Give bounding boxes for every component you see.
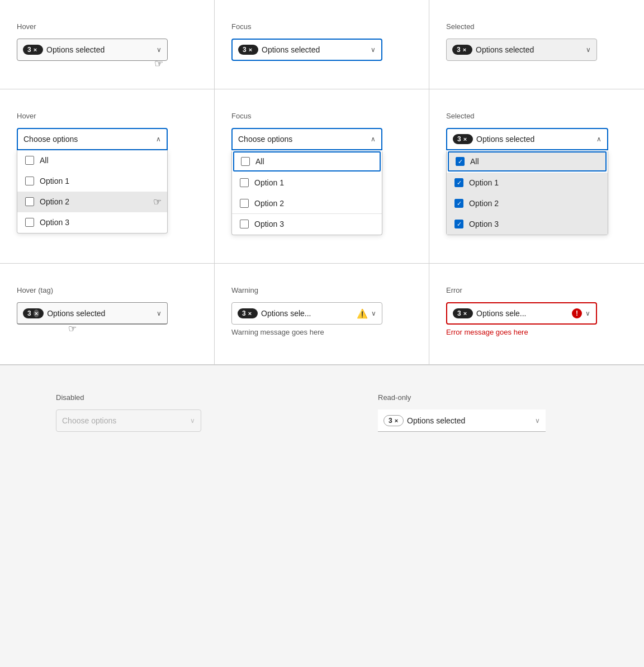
chevron-up-icon [371, 135, 376, 143]
badge-sel-open: 3 × [453, 134, 473, 144]
option-2-focus[interactable]: Option 2 [232, 193, 382, 214]
dropdown-selected[interactable]: 3 × Options selected ✓ All ✓ Option 1 ✓ … [446, 128, 608, 235]
chevron-down-icon [586, 46, 591, 54]
state-label-hover: Hover [17, 22, 197, 31]
select-warning[interactable]: 3 × Options sele... ⚠️ [231, 302, 382, 325]
checkbox-all[interactable] [25, 156, 34, 165]
checkbox-1-f[interactable] [240, 178, 249, 187]
badge-x[interactable]: × [248, 310, 252, 317]
option-label-2: Option 2 [40, 197, 69, 206]
option-label-all-s: All [470, 157, 479, 166]
option-all-sel[interactable]: ✓ All [448, 151, 607, 171]
option-label-2-f: Option 2 [254, 199, 284, 208]
trigger-text-focus-open: Choose options [238, 135, 367, 144]
state-label-hover-open: Hover [17, 112, 197, 120]
badge-count: 3 [243, 46, 247, 54]
badge-count: 3 [389, 417, 392, 425]
select-focus-closed[interactable]: 3 × Options selected [231, 39, 382, 61]
option-label-3-s: Option 3 [469, 220, 499, 228]
dropdown-trigger-hover[interactable]: Choose options [17, 128, 168, 150]
cell-selected-open: Selected 3 × Options selected ✓ All ✓ Op… [429, 89, 644, 264]
badge-selected: 3 × [452, 45, 472, 55]
warning-message: Warning message goes here [231, 328, 412, 336]
badge-x[interactable]: × [249, 46, 252, 53]
dropdown-trigger-selected[interactable]: 3 × Options selected [446, 128, 608, 150]
badge-x[interactable]: × [34, 46, 37, 53]
option-1-sel[interactable]: ✓ Option 1 [447, 173, 608, 193]
option-all[interactable]: All [17, 150, 167, 171]
cell-error: Error 3 × Options sele... ! Error messag… [429, 264, 644, 365]
checkbox-2[interactable] [25, 197, 34, 206]
state-label-selected: Selected [446, 22, 627, 31]
checkbox-all-f[interactable] [241, 157, 250, 166]
cell-readonly: Read-only 3 × Options selected [322, 365, 644, 465]
bottom-section: Disabled Choose options Read-only 3 × Op… [0, 365, 644, 465]
select-hover-tag[interactable]: 3 × Options selected [17, 302, 168, 325]
dropdown-trigger-focus[interactable]: Choose options [231, 128, 382, 150]
option-label-2-s: Option 2 [469, 199, 499, 208]
badge-x[interactable]: × [463, 46, 466, 53]
badge-focus: 3 × [238, 45, 258, 55]
cursor-hand-2-icon: ☞ [153, 196, 162, 208]
badge-count: 3 [27, 46, 31, 54]
cell-hover-open: Hover Choose options All Option 1 Option… [0, 89, 215, 264]
dropdown-hover[interactable]: Choose options All Option 1 Option 2 ☞ [17, 128, 168, 234]
state-label-readonly: Read-only [378, 393, 622, 402]
option-label-3-f: Option 3 [254, 220, 284, 228]
cell-hover-closed: Hover 3 × Options selected ☞ [0, 0, 215, 89]
state-label-focus: Focus [231, 22, 412, 31]
checkbox-2-f[interactable] [240, 199, 249, 208]
option-2-sel[interactable]: ✓ Option 2 [447, 193, 608, 214]
chevron-down-icon [157, 46, 162, 54]
option-3[interactable]: Option 3 [17, 212, 167, 233]
checkbox-2-s[interactable]: ✓ [454, 199, 463, 208]
dropdown-focus[interactable]: Choose options All Option 1 Option 2 [231, 128, 382, 235]
option-3-focus[interactable]: Option 3 [232, 214, 382, 235]
trigger-text-sel-open: Options selected [476, 135, 593, 144]
trigger-text-selected: Options selected [476, 45, 583, 54]
select-readonly: 3 × Options selected [378, 409, 546, 432]
trigger-text-warning: Options sele... [261, 309, 353, 318]
checkbox-1[interactable] [25, 177, 34, 185]
option-3-sel[interactable]: ✓ Option 3 [447, 214, 608, 235]
trigger-text-readonly: Options selected [407, 416, 532, 425]
chevron-down-icon [535, 417, 540, 425]
checkbox-1-s[interactable]: ✓ [454, 178, 463, 187]
select-error[interactable]: 3 × Options sele... ! [446, 302, 597, 325]
select-selected-closed[interactable]: 3 × Options selected [446, 39, 597, 61]
checkbox-3-s[interactable]: ✓ [454, 220, 463, 228]
cell-focus-closed: Focus 3 × Options selected [215, 0, 429, 89]
badge-x-hover[interactable]: × [34, 309, 39, 317]
checkbox-3-f[interactable] [240, 220, 249, 228]
trigger-text-hover-open: Choose options [23, 135, 153, 144]
option-label-1-s: Option 1 [469, 178, 499, 187]
badge-count: 3 [242, 309, 246, 317]
error-message: Error message goes here [446, 328, 627, 336]
option-all-focus[interactable]: All [233, 151, 381, 171]
checkbox-all-s[interactable]: ✓ [456, 157, 465, 166]
cell-hover-tag: Hover (tag) 3 × Options selected ☞ [0, 264, 215, 365]
option-1-focus[interactable]: Option 1 [232, 173, 382, 193]
chevron-down-icon [371, 309, 376, 317]
badge-x[interactable]: × [463, 136, 467, 142]
badge-x: × [395, 417, 398, 424]
trigger-text-hover: Options selected [46, 45, 153, 54]
badge-hover-tag: 3 × [23, 308, 44, 318]
chevron-down-icon [190, 417, 195, 425]
state-label-error: Error [446, 286, 627, 294]
chevron-down-icon [371, 46, 376, 54]
cell-selected-closed: Selected 3 × Options selected [429, 0, 644, 89]
option-label-all: All [40, 156, 49, 165]
chevron-up-icon [596, 135, 602, 143]
checkbox-3[interactable] [25, 218, 34, 227]
option-1[interactable]: Option 1 [17, 171, 167, 192]
select-hover-closed[interactable]: 3 × Options selected [17, 39, 168, 61]
chevron-down-icon [585, 309, 590, 317]
trigger-text-disabled: Choose options [62, 416, 187, 425]
dropdown-panel-selected: ✓ All ✓ Option 1 ✓ Option 2 ✓ Option 3 [446, 151, 608, 235]
dropdown-panel-focus: All Option 1 Option 2 Option 3 [231, 151, 382, 235]
badge-count: 3 [457, 135, 461, 143]
chevron-up-icon [156, 135, 161, 143]
badge-x[interactable]: × [463, 310, 467, 317]
option-2[interactable]: Option 2 ☞ [17, 192, 167, 212]
